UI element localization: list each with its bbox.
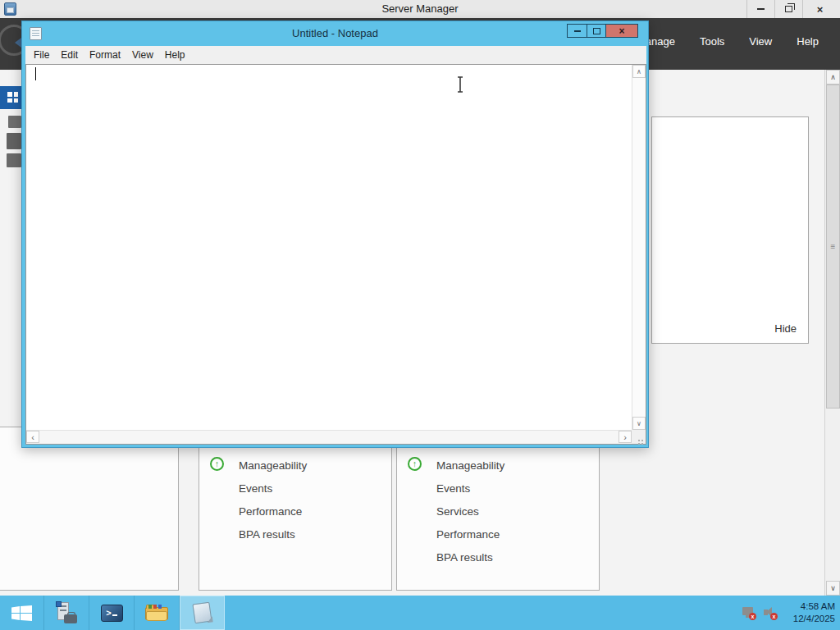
dashboard-tile-all-servers: ↑ Manageability Events Services Performa… [396, 427, 600, 591]
server-manager-app-icon [4, 2, 16, 16]
grip-icon: ≡ [831, 242, 836, 251]
file-explorer-icon [145, 605, 168, 621]
scroll-up-button[interactable]: ∧ [632, 65, 646, 78]
server-manager-window-controls: × [746, 0, 837, 18]
network-error-badge: x [749, 613, 756, 620]
chevron-up-icon: ∧ [830, 73, 836, 81]
scroll-left-button[interactable]: ‹ [26, 431, 39, 443]
server-manager-titlebar: Server Manager × [0, 0, 840, 18]
menu-view[interactable]: View [126, 47, 159, 63]
menu-file[interactable]: File [28, 47, 55, 63]
chevron-up-icon: ∧ [637, 68, 641, 75]
scroll-down-button[interactable]: ∨ [632, 417, 646, 430]
tile-heading[interactable]: Manageability [436, 459, 504, 472]
system-tray: x x 4:58 AM 12/4/2025 [742, 596, 835, 630]
tile-item-events[interactable]: Events [239, 482, 272, 495]
tile-item-row[interactable]: Services [397, 501, 599, 524]
hide-link[interactable]: Hide [774, 322, 797, 335]
tile-heading-row[interactable]: ↑ Manageability [199, 455, 391, 478]
taskbar-notepad-button[interactable] [180, 596, 225, 630]
scroll-down-button[interactable]: ∨ [826, 581, 840, 596]
sidebar-item-icon[interactable] [7, 153, 21, 167]
maximize-icon [593, 28, 600, 34]
clock-date: 12/4/2025 [784, 613, 835, 625]
sm-restore-button[interactable] [774, 0, 802, 18]
menu-format[interactable]: Format [84, 47, 126, 63]
sidebar-item-icon[interactable] [7, 133, 21, 149]
dashboard-icon [7, 92, 18, 103]
notepad-vertical-scrollbar[interactable]: ∧ ∨ [632, 65, 646, 430]
notepad-horizontal-scrollbar[interactable]: ‹ › [26, 430, 632, 444]
server-manager-scrollbar[interactable]: ∧ ≡ ∨ [824, 70, 840, 596]
windows-logo-icon [11, 605, 32, 621]
volume-error-badge: x [770, 613, 778, 620]
sidebar-item-icon[interactable] [8, 116, 21, 128]
sm-minimize-button[interactable] [746, 0, 774, 18]
chevron-right-icon: › [623, 432, 627, 442]
resize-grip[interactable] [632, 430, 646, 444]
notepad-app-icon [30, 27, 42, 40]
network-status-icon[interactable]: x [742, 606, 756, 619]
chevron-down-icon: ∨ [637, 420, 641, 427]
np-close-button[interactable]: × [605, 25, 637, 37]
notepad-window-controls: × [567, 24, 638, 38]
notepad-icon [192, 602, 212, 624]
np-minimize-button[interactable] [568, 25, 587, 37]
taskbar-file-explorer-button[interactable] [135, 596, 180, 630]
notepad-menubar: File Edit Format View Help [25, 46, 646, 64]
chevron-left-icon: ‹ [31, 432, 34, 442]
close-icon: × [817, 4, 824, 15]
menu-tools[interactable]: Tools [700, 35, 724, 48]
desktop: Server Manager × Manage Tools View Help … [0, 0, 840, 630]
notepad-client-area: ∧ ∨ ‹ › [25, 64, 646, 445]
notepad-editor[interactable] [26, 65, 632, 430]
powershell-icon: > [101, 605, 123, 622]
tile-heading[interactable]: Manageability [239, 459, 307, 472]
dashboard-tile-local-server: ↑ Manageability Events Performance BPA r… [199, 427, 392, 591]
menu-view[interactable]: View [749, 35, 772, 48]
scroll-up-button[interactable]: ∧ [826, 70, 840, 84]
scroll-right-button[interactable]: › [619, 431, 632, 443]
welcome-flyout-panel: Hide [651, 116, 809, 344]
tile-item-row[interactable]: BPA results [199, 524, 391, 547]
tile-heading-row[interactable]: ↑ Manageability [397, 455, 599, 478]
chevron-down-icon: ∨ [830, 584, 836, 592]
minimize-icon [757, 8, 765, 10]
status-up-icon: ↑ [210, 457, 224, 471]
close-icon: × [619, 26, 624, 36]
server-manager-title: Server Manager [0, 2, 840, 15]
notepad-title: Untitled - Notepad [22, 27, 648, 39]
minimize-icon [574, 30, 581, 32]
menu-edit[interactable]: Edit [55, 47, 84, 63]
tile-item-services[interactable]: Services [436, 505, 479, 518]
tile-item-row[interactable]: BPA results [397, 547, 599, 570]
taskbar-clock[interactable]: 4:58 AM 12/4/2025 [784, 600, 835, 625]
clock-time: 4:58 AM [784, 600, 835, 613]
tile-item-row[interactable]: Events [397, 478, 599, 501]
tile-item-row[interactable]: Performance [397, 524, 599, 547]
grip-dots-icon [641, 440, 643, 441]
scrollbar-thumb[interactable]: ≡ [826, 84, 840, 409]
dashboard-tile [0, 427, 179, 591]
tile-item-bpa-results[interactable]: BPA results [436, 551, 493, 564]
notepad-titlebar[interactable]: Untitled - Notepad × [22, 21, 648, 46]
back-arrow-icon [10, 38, 21, 48]
taskbar-server-manager-button[interactable] [44, 596, 89, 630]
server-manager-icon [56, 602, 77, 623]
tile-item-row[interactable]: Events [199, 478, 391, 501]
taskbar-powershell-button[interactable]: > [89, 596, 135, 630]
menu-help[interactable]: Help [159, 47, 191, 63]
np-maximize-button[interactable] [587, 25, 605, 37]
volume-status-icon[interactable]: x [763, 606, 778, 619]
tile-item-performance[interactable]: Performance [239, 505, 302, 518]
menu-help[interactable]: Help [797, 35, 819, 48]
tile-item-bpa-results[interactable]: BPA results [239, 528, 295, 541]
ibeam-cursor-icon [455, 75, 465, 94]
tile-item-row[interactable]: Performance [199, 501, 391, 524]
text-caret [35, 67, 36, 80]
tile-item-performance[interactable]: Performance [436, 528, 500, 541]
sm-close-button[interactable]: × [802, 0, 837, 18]
sidebar-item-dashboard[interactable] [0, 86, 21, 109]
start-button[interactable] [0, 596, 44, 630]
tile-item-events[interactable]: Events [436, 482, 470, 495]
